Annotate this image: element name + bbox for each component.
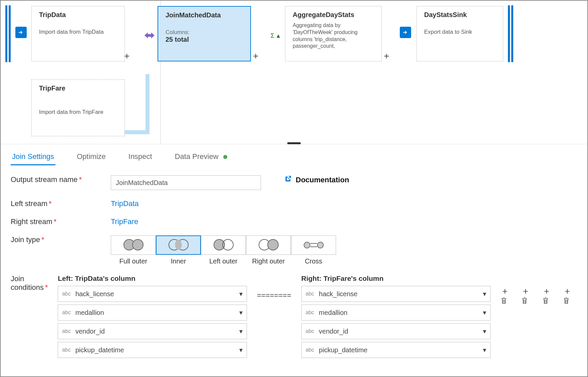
join-type-label-text: Cross (291, 257, 336, 265)
conditions-right-header: Right: TripFare's column (301, 274, 491, 282)
delete-condition-button[interactable] (542, 298, 549, 306)
required-marker: * (54, 217, 57, 226)
venn-full-outer-icon (123, 239, 143, 251)
flow-start-bar (9, 5, 11, 62)
flow-end-bar (508, 5, 510, 62)
tab-optimize[interactable]: Optimize (75, 149, 107, 165)
flow-start-bar (5, 5, 7, 62)
node-daystatssink[interactable]: DayStatsSink Export data to Sink (416, 6, 503, 61)
venn-right-outer-icon (259, 239, 279, 251)
condition-column-name: medallion (319, 309, 348, 317)
equals-operator: == (257, 291, 266, 300)
status-dot-icon (223, 155, 227, 159)
required-marker: * (45, 283, 48, 292)
dataflow-canvas[interactable]: TripData Import data from TripData + Joi… (1, 1, 587, 144)
join-type-label-text: Inner (156, 257, 201, 265)
condition-column-name: pickup_datetime (319, 346, 368, 354)
node-columns-label: Columns: (166, 29, 244, 36)
add-condition-button[interactable]: ＋ (501, 286, 509, 296)
add-step-button[interactable]: + (253, 51, 258, 61)
conditions-left-column: Left: TripData's column abchack_license▾… (58, 274, 247, 361)
aggregate-icon: Σ (268, 28, 284, 44)
join-type-left-outer[interactable] (201, 235, 246, 255)
condition-right-select[interactable]: abcpickup_datetime▾ (301, 342, 491, 358)
condition-left-select[interactable]: abcmedallion▾ (58, 305, 247, 321)
svg-text:Σ: Σ (271, 32, 274, 39)
join-type-inner[interactable] (156, 235, 201, 255)
tabs-container: Join Settings Optimize Inspect Data Prev… (1, 144, 587, 165)
condition-column-name: vendor_id (75, 328, 105, 335)
add-step-button[interactable]: + (124, 51, 129, 61)
panel-resize-handle[interactable] (287, 142, 301, 144)
delete-condition-button[interactable] (521, 298, 528, 306)
conditions-left-header: Left: TripData's column (58, 274, 247, 282)
documentation-label: Documentation (296, 176, 349, 184)
label-text: Join type (11, 235, 40, 244)
chevron-down-icon: ▾ (483, 290, 486, 298)
node-subtitle: Export data to Sink (424, 29, 497, 35)
right-stream-value[interactable]: TripFare (111, 217, 138, 226)
output-stream-name-input[interactable] (111, 175, 261, 190)
join-conditions-label: Join conditions* (11, 274, 58, 292)
node-title: TripFare (39, 84, 118, 92)
condition-right-select[interactable]: abchack_license▾ (301, 286, 491, 302)
node-subtitle: Import data from TripFare (39, 109, 118, 116)
type-abc-icon: abc (306, 347, 314, 353)
equals-operator: == (283, 291, 291, 300)
sink-icon (400, 27, 411, 38)
node-joinmatcheddata[interactable]: JoinMatchedData Columns: 25 total (158, 6, 251, 61)
output-stream-name-label: Output stream name* (11, 175, 111, 184)
required-marker: * (41, 235, 44, 244)
node-aggregatedaystats[interactable]: AggregateDayStats Aggregating data by 'D… (285, 6, 382, 61)
join-type-label: Join type* (11, 235, 111, 244)
condition-column-name: pickup_datetime (75, 346, 124, 354)
join-type-full-outer[interactable] (111, 235, 156, 255)
chevron-down-icon: ▾ (239, 327, 243, 335)
join-type-cross[interactable] (291, 235, 336, 255)
add-step-button[interactable]: + (384, 51, 389, 61)
condition-left-select[interactable]: abchack_license▾ (58, 286, 247, 302)
join-type-label-text: Full outer (111, 257, 156, 265)
tab-data-preview[interactable]: Data Preview (174, 149, 229, 165)
condition-column-name: medallion (75, 309, 104, 317)
join-type-selector: Full outer Inner Left outer (111, 235, 336, 265)
node-title: AggregateDayStats (293, 11, 375, 19)
type-abc-icon: abc (306, 328, 314, 334)
chevron-down-icon: ▾ (239, 309, 243, 317)
venn-cross-icon (304, 239, 324, 251)
label-text: Output stream name (11, 175, 78, 184)
app-frame: TripData Import data from TripData + Joi… (0, 0, 588, 377)
node-title: TripData (39, 11, 118, 19)
tab-join-settings[interactable]: Join Settings (11, 149, 55, 165)
type-abc-icon: abc (306, 291, 314, 297)
equals-operator: == (274, 291, 283, 300)
join-type-right-outer[interactable] (246, 235, 291, 255)
condition-column-name: hack_license (319, 290, 358, 298)
condition-left-select[interactable]: abcvendor_id▾ (58, 323, 247, 339)
type-abc-icon: abc (306, 310, 314, 316)
node-subtitle: Aggregating data by 'DayOfTheWeek' produ… (293, 22, 375, 50)
node-tripdata[interactable]: TripData Import data from TripData (31, 6, 125, 61)
add-condition-button[interactable]: ＋ (542, 286, 551, 296)
tab-inspect[interactable]: Inspect (127, 149, 154, 165)
connector (145, 74, 150, 134)
add-condition-button[interactable]: ＋ (563, 286, 572, 296)
documentation-link[interactable]: Documentation (284, 175, 349, 185)
conditions-actions-column: ＋＋＋＋ (501, 274, 577, 304)
join-icon (141, 27, 157, 43)
join-type-label-text: Right outer (246, 257, 291, 265)
node-tripfare[interactable]: TripFare Import data from TripFare (31, 79, 125, 136)
type-abc-icon: abc (62, 347, 71, 353)
delete-condition-button[interactable] (563, 298, 570, 306)
condition-right-select[interactable]: abcmedallion▾ (301, 305, 491, 321)
add-condition-button[interactable]: ＋ (521, 286, 530, 296)
equals-operator: == (266, 291, 274, 300)
source-icon (15, 27, 27, 38)
left-stream-value[interactable]: TripData (111, 199, 139, 208)
label-text: Right stream (11, 217, 52, 226)
node-title: JoinMatchedData (166, 11, 244, 19)
delete-condition-button[interactable] (501, 298, 507, 306)
condition-right-select[interactable]: abcvendor_id▾ (301, 323, 491, 339)
condition-left-select[interactable]: abcpickup_datetime▾ (58, 342, 247, 358)
conditions-right-column: Right: TripFare's column abchack_license… (301, 274, 491, 361)
